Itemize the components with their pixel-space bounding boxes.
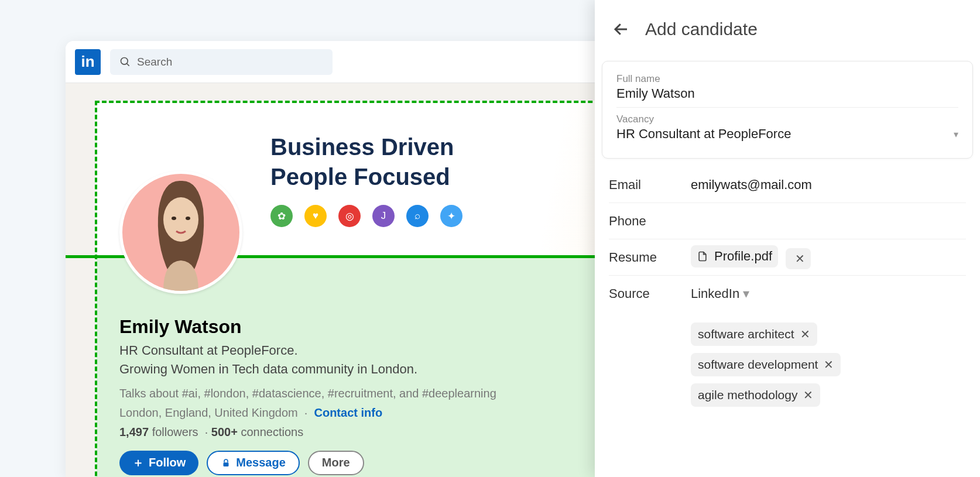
- close-icon[interactable]: ✕: [800, 327, 810, 341]
- skill-tag[interactable]: agile methodology✕: [691, 383, 820, 407]
- badge-icon: ◎: [338, 205, 361, 227]
- badge-icon: ♥: [304, 205, 327, 227]
- message-button[interactable]: Message: [207, 451, 300, 475]
- svg-point-0: [121, 57, 128, 64]
- chevron-down-icon: ▾: [954, 129, 958, 140]
- search-placeholder: Search: [137, 56, 172, 68]
- vacancy-label: Vacancy: [616, 114, 958, 125]
- file-icon: [697, 250, 708, 263]
- close-icon[interactable]: ✕: [803, 388, 813, 402]
- chevron-down-icon: ▾: [743, 286, 749, 301]
- phone-label: Phone: [609, 214, 691, 229]
- search-icon: [119, 56, 131, 68]
- skill-tag[interactable]: software development✕: [691, 353, 841, 376]
- badge-icon: ⌕: [406, 205, 429, 227]
- lock-icon: [221, 458, 231, 468]
- close-icon: ✕: [795, 252, 805, 266]
- badge-icon: ✿: [270, 205, 293, 227]
- search-input[interactable]: Search: [110, 49, 333, 75]
- svg-point-8: [186, 217, 190, 220]
- email-input[interactable]: emilywats@mail.com: [691, 177, 812, 193]
- resume-label: Resume: [609, 250, 691, 265]
- svg-rect-9: [224, 462, 229, 466]
- skill-tags: software architect✕software development✕…: [595, 312, 980, 407]
- close-icon[interactable]: ✕: [824, 358, 834, 372]
- svg-line-1: [127, 63, 129, 66]
- email-label: Email: [609, 177, 691, 193]
- panel-title: Add candidate: [645, 19, 758, 39]
- svg-point-6: [163, 197, 198, 242]
- vacancy-select[interactable]: HR Consultant at PeopleForce ▾: [616, 126, 958, 142]
- svg-point-7: [172, 217, 176, 220]
- skill-tag[interactable]: software architect✕: [691, 322, 817, 346]
- badge-icon: ✦: [440, 205, 462, 227]
- resume-remove[interactable]: ✕: [786, 248, 811, 269]
- more-button[interactable]: More: [308, 451, 364, 475]
- badge-icon: J: [372, 205, 395, 227]
- source-label: Source: [609, 286, 691, 301]
- fullname-input[interactable]: Emily Watson: [616, 86, 958, 101]
- linkedin-logo[interactable]: in: [75, 49, 101, 75]
- contact-info-link[interactable]: Contact info: [314, 406, 382, 419]
- source-select[interactable]: LinkedIn ▾: [691, 286, 749, 301]
- fullname-label: Full name: [616, 73, 958, 85]
- follow-button[interactable]: ＋Follow: [119, 451, 198, 475]
- arrow-left-icon: [612, 20, 630, 38]
- resume-file-chip[interactable]: Profile.pdf: [691, 245, 778, 267]
- back-button[interactable]: [611, 19, 631, 39]
- avatar[interactable]: [119, 171, 242, 294]
- add-candidate-panel: Add candidate Full name Emily Watson Vac…: [595, 0, 980, 477]
